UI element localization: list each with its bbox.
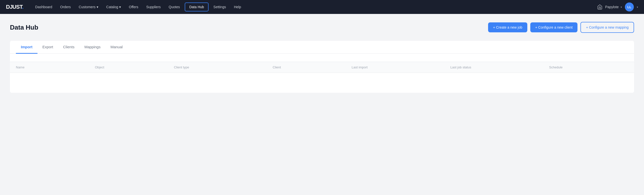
tab-export[interactable]: Export xyxy=(38,41,58,54)
logo[interactable]: DJUST. xyxy=(6,4,23,10)
nav-item-quotes[interactable]: Quotes xyxy=(164,0,184,14)
nav-item-settings[interactable]: Settings xyxy=(210,0,230,14)
table-top-spacer xyxy=(10,54,634,62)
nav-item-help[interactable]: Help xyxy=(230,0,245,14)
logo-dot: . xyxy=(22,4,23,10)
col-header-last-import: Last import xyxy=(352,65,450,69)
user-chevron-icon: ▾ xyxy=(637,6,638,9)
store-name: Papylote xyxy=(605,5,619,9)
page-header: Data Hub + Create a new job + Configure … xyxy=(10,22,634,33)
chevron-down-icon: ▾ xyxy=(96,5,98,9)
table-container: Name Object Client type Client Last impo… xyxy=(10,54,634,93)
table-header: Name Object Client type Client Last impo… xyxy=(10,62,634,73)
col-header-last-job-status: Last job status xyxy=(450,65,549,69)
col-header-schedule: Schedule xyxy=(549,65,628,69)
nav-item-offers[interactable]: Offers xyxy=(125,0,142,14)
store-chevron-icon: ▾ xyxy=(621,6,622,9)
nav-item-data-hub[interactable]: Data Hub xyxy=(185,3,208,12)
header-actions: + Create a new job + Configure a new cli… xyxy=(488,22,634,33)
col-header-client: Client xyxy=(272,65,352,69)
store-icon xyxy=(596,4,603,11)
col-header-name: Name xyxy=(16,65,95,69)
nav-item-catalog[interactable]: Catalog ▾ xyxy=(102,0,125,14)
chevron-down-icon: ▾ xyxy=(119,5,121,9)
nav-item-dashboard[interactable]: Dashboard xyxy=(31,0,56,14)
nav-item-suppliers[interactable]: Suppliers xyxy=(142,0,164,14)
tab-manual[interactable]: Manual xyxy=(106,41,128,54)
nav-item-orders[interactable]: Orders xyxy=(56,0,75,14)
nav-items: Dashboard Orders Customers ▾ Catalog ▾ O… xyxy=(31,0,596,14)
nav-item-customers[interactable]: Customers ▾ xyxy=(75,0,102,14)
configure-new-client-button[interactable]: + Configure a new client xyxy=(530,22,578,32)
navbar: DJUST. Dashboard Orders Customers ▾ Cata… xyxy=(0,0,644,14)
tabs-container: Import Export Clients Mappings Manual xyxy=(10,41,634,54)
table-body xyxy=(10,73,634,93)
data-hub-card: Import Export Clients Mappings Manual Na… xyxy=(10,41,634,93)
create-new-job-button[interactable]: + Create a new job xyxy=(488,22,527,32)
tab-mappings[interactable]: Mappings xyxy=(80,41,106,54)
nav-right: Papylote ▾ LL ▾ xyxy=(596,3,638,12)
user-avatar[interactable]: LL xyxy=(625,3,634,12)
col-header-client-type: Client type xyxy=(174,65,272,69)
main-container: Data Hub + Create a new job + Configure … xyxy=(0,14,644,195)
store-selector[interactable]: Papylote ▾ xyxy=(596,4,622,11)
col-header-object: Object xyxy=(95,65,174,69)
tab-clients[interactable]: Clients xyxy=(58,41,80,54)
tab-import[interactable]: Import xyxy=(16,41,38,54)
configure-new-mapping-button[interactable]: + Configure a new mapping xyxy=(580,22,634,33)
page-title: Data Hub xyxy=(10,24,488,31)
